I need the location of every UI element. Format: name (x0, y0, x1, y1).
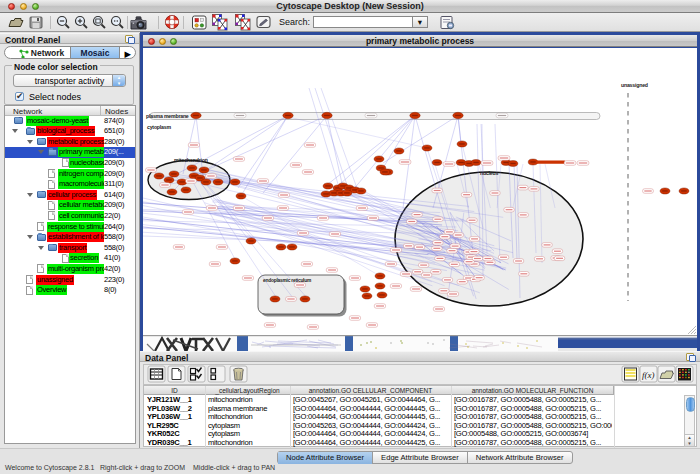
svg-text:f(x): f(x) (642, 370, 655, 380)
svg-text:unassigned: unassigned (621, 82, 648, 88)
svg-text:cytoplasm: cytoplasm (147, 124, 171, 130)
svg-text:endoplasmic reticulum: endoplasmic reticulum (263, 278, 311, 283)
svg-text:nucleus: nucleus (480, 170, 499, 176)
svg-text:mitochondrion: mitochondrion (174, 157, 208, 163)
svg-text:plasma membrane: plasma membrane (146, 113, 189, 119)
